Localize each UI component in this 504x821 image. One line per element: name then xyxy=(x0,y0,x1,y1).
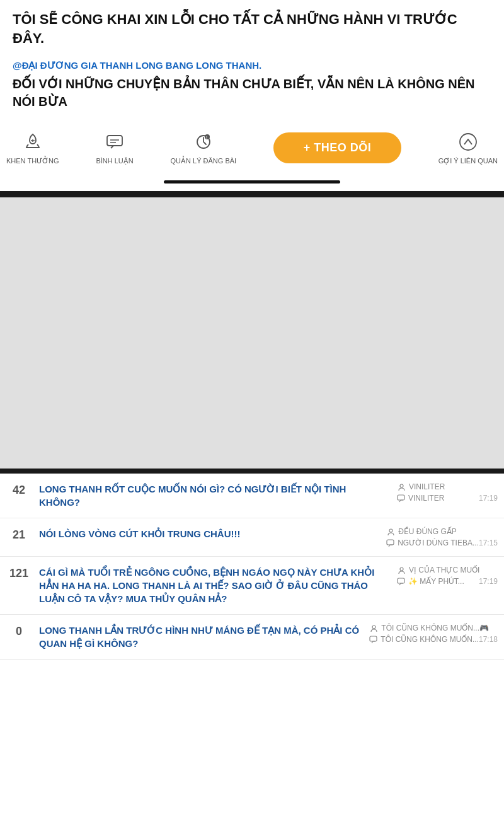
svg-rect-10 xyxy=(387,540,394,545)
main-text: TÔI SẼ CÔNG KHAI XIN LỖI CHO TẤT CẢ NHỮN… xyxy=(13,10,491,47)
post-title: CÁI GÌ MÀ TUỔI TRẺ NGÔNG CUỒNG, BỆNH NGÁ… xyxy=(39,566,389,605)
post-meta: ĐỀU ĐÚNG GẤP NGƯỜI DÙNG TIEBA... 17:15 xyxy=(386,527,498,547)
quote-text: ĐỐI VỚI NHỮNG CHUYỆN BẢN THÂN CHƯA BIẾT,… xyxy=(13,75,491,110)
mention-tag[interactable]: @ĐẠI ĐƯƠNG GIA THANH LONG BANG LONG THAN… xyxy=(13,60,491,71)
post-meta: VINILITER VINILITER 17:19 xyxy=(397,482,498,509)
post-commenter: NGƯỜI DÙNG TIEBA... xyxy=(386,539,479,547)
post-main: CÁI GÌ MÀ TUỔI TRẺ NGÔNG CUỒNG, BỆNH NGÁ… xyxy=(39,566,389,605)
post-main: NÓI LÒNG VÒNG CÚT KHỎI TRUNG CHÂU!!! xyxy=(39,527,379,547)
post-title: LONG THANH LẦN TRƯỚC HÌNH NHƯ MÁNG ĐẾ TẠ… xyxy=(39,624,362,650)
manage-action[interactable]: ! QUẢN LÝ ĐĂNG BÀI xyxy=(171,131,237,165)
post-count: 0 xyxy=(6,624,32,650)
post-commenter: ✨ MẤY PHÚT... xyxy=(397,577,464,586)
svg-point-11 xyxy=(400,568,403,571)
post-meta-row: VINILITER 17:19 xyxy=(397,494,498,503)
post-item-3[interactable]: 0 LONG THANH LẦN TRƯỚC HÌNH NHƯ MÁNG ĐẾ … xyxy=(0,615,504,660)
post-user: ĐỀU ĐÚNG GẤP xyxy=(386,527,457,536)
post-user: VINILITER xyxy=(397,482,445,491)
indicator-line xyxy=(164,180,340,183)
post-user: TÔI CŨNG KHÔNG MUỐN...🎮 xyxy=(369,624,489,632)
post-meta-row: TÔI CŨNG KHÔNG MUỐN... 17:18 xyxy=(369,635,498,644)
svg-point-13 xyxy=(372,626,375,629)
post-item-0[interactable]: 42 LONG THANH RỐT CUỘC MUỐN NÓI GÌ? CÓ N… xyxy=(0,474,504,518)
user-icon xyxy=(397,566,406,574)
post-meta: TÔI CŨNG KHÔNG MUỐN...🎮 TÔI CŨNG KHÔNG M… xyxy=(369,624,498,650)
top-content: TÔI SẼ CÔNG KHAI XIN LỖI CHO TẤT CẢ NHỮN… xyxy=(0,0,504,110)
svg-text:!: ! xyxy=(206,136,207,139)
post-list: 42 LONG THANH RỐT CUỘC MUỐN NÓI GÌ? CÓ N… xyxy=(0,474,504,660)
post-meta-row: NGƯỜI DÙNG TIEBA... 17:15 xyxy=(386,539,498,547)
post-main: LONG THANH LẦN TRƯỚC HÌNH NHƯ MÁNG ĐẾ TẠ… xyxy=(39,624,362,650)
post-time: 17:19 xyxy=(479,494,498,503)
action-bar: KHEN THƯỞNG BÌNH LUẬN ! QUẢN LÝ ĐĂNG BÀI… xyxy=(0,123,504,175)
reward-action[interactable]: KHEN THƯỞNG xyxy=(6,131,59,165)
comment-bubble-icon xyxy=(397,494,405,503)
post-count: 121 xyxy=(6,566,32,605)
svg-point-9 xyxy=(389,529,392,532)
manage-label: QUẢN LÝ ĐĂNG BÀI xyxy=(171,157,237,165)
post-user: VỊ CỦA THỰC MUỐI xyxy=(397,566,479,574)
manage-icon: ! xyxy=(192,131,215,153)
user-icon xyxy=(369,624,378,632)
svg-rect-14 xyxy=(370,636,377,641)
follow-button[interactable]: + THEO DÕI xyxy=(273,132,402,163)
post-meta: VỊ CỦA THỰC MUỐI ✨ MẤY PHÚT... 17:19 xyxy=(397,566,498,605)
svg-rect-8 xyxy=(398,495,404,500)
post-commenter: VINILITER xyxy=(397,494,444,503)
reward-label: KHEN THƯỞNG xyxy=(6,157,59,165)
comment-label: BÌNH LUẬN xyxy=(96,157,133,165)
dark-divider xyxy=(0,191,504,197)
post-time: 17:18 xyxy=(479,635,498,644)
post-time: 17:19 xyxy=(479,577,498,586)
post-item-2[interactable]: 121 CÁI GÌ MÀ TUỔI TRẺ NGÔNG CUỒNG, BỆNH… xyxy=(0,557,504,615)
post-count: 42 xyxy=(6,482,32,509)
svg-rect-12 xyxy=(398,578,404,583)
post-time: 17:15 xyxy=(479,539,498,547)
post-title: LONG THANH RỐT CUỘC MUỐN NÓI GÌ? CÓ NGƯỜ… xyxy=(39,482,389,509)
svg-rect-0 xyxy=(107,136,122,146)
user-icon xyxy=(397,482,406,491)
bottom-bar-indicator xyxy=(0,175,504,191)
comment-action[interactable]: BÌNH LUẬN xyxy=(96,131,134,165)
svg-point-6 xyxy=(460,134,476,150)
chevron-up-icon xyxy=(457,131,479,153)
post-main: LONG THANH RỐT CUỘC MUỐN NÓI GÌ? CÓ NGƯỜ… xyxy=(39,482,389,509)
svg-point-7 xyxy=(400,484,403,487)
suggest-action[interactable]: GỢI Ý LIÊN QUAN xyxy=(438,131,498,165)
post-count: 21 xyxy=(6,527,32,547)
comment-icon xyxy=(103,131,126,153)
user-icon xyxy=(386,527,395,536)
suggest-label: GỢI Ý LIÊN QUAN xyxy=(438,157,498,165)
reward-icon xyxy=(21,131,44,153)
comment-bubble-icon xyxy=(386,539,394,547)
comment-bubble-icon xyxy=(369,636,377,644)
post-item-1[interactable]: 21 NÓI LÒNG VÒNG CÚT KHỎI TRUNG CHÂU!!! … xyxy=(0,518,504,557)
ad-area xyxy=(0,197,504,469)
dark-divider-2 xyxy=(0,469,504,474)
post-meta-row: ✨ MẤY PHÚT... 17:19 xyxy=(397,577,498,586)
post-commenter: TÔI CŨNG KHÔNG MUỐN... xyxy=(369,635,479,644)
post-title: NÓI LÒNG VÒNG CÚT KHỎI TRUNG CHÂU!!! xyxy=(39,527,379,540)
comment-bubble-icon xyxy=(397,578,405,586)
